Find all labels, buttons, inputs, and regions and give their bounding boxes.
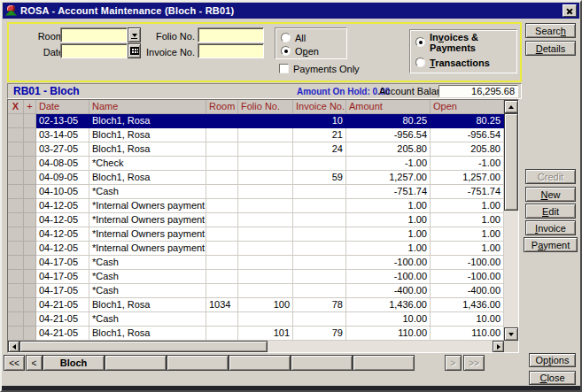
cell-open: 1.00 <box>431 242 504 256</box>
table-row[interactable]: 04-08-05*Check-1.00-1.00 <box>8 157 504 171</box>
cell-gutter <box>8 157 24 171</box>
payments-only-checkbox[interactable]: Payments Only <box>279 63 360 74</box>
vertical-scrollbar-thumb[interactable] <box>504 113 518 211</box>
column-header-name[interactable]: Name <box>89 100 206 114</box>
credit-button[interactable]: Credit <box>525 169 576 184</box>
radio-all[interactable]: All <box>281 32 306 43</box>
radio-invoices-payments-icon <box>415 37 425 47</box>
table-row[interactable]: 04-12-05*Internal Owners payment code1.0… <box>8 213 504 227</box>
scroll-right-icon[interactable] <box>493 341 504 352</box>
horizontal-scrollbar[interactable] <box>8 341 504 352</box>
room-input[interactable] <box>60 27 128 42</box>
radio-transactions[interactable]: Transactions <box>415 57 490 68</box>
column-header-date[interactable]: Date <box>36 100 89 114</box>
radio-all-icon <box>281 33 291 42</box>
cell-open: -1.00 <box>431 157 504 171</box>
account-tab-empty[interactable] <box>167 355 229 371</box>
radio-invoices-payments[interactable]: Invoices & Payments <box>415 36 516 48</box>
table-row[interactable]: 04-17-05*Cash-400.00-400.00 <box>8 284 504 298</box>
column-header-room[interactable]: Room <box>206 100 238 114</box>
table-row[interactable]: 04-17-05*Cash-100.00-100.00 <box>8 256 504 270</box>
cell-room <box>206 213 238 227</box>
column-header-open[interactable]: Open <box>431 100 504 114</box>
scroll-left-icon[interactable] <box>8 341 19 352</box>
cell-amount: -100.00 <box>346 270 431 284</box>
table-row[interactable]: 04-10-05*Cash-751.74-751.74 <box>8 185 504 199</box>
account-balance-value: 16,295.68 <box>438 85 518 97</box>
radio-open-icon <box>281 46 291 56</box>
cell-name: Bloch1, Rosa <box>89 298 206 312</box>
account-tab-bloch[interactable]: Bloch <box>43 355 105 371</box>
first-account-button[interactable]: << <box>4 355 25 371</box>
cell-room <box>206 242 238 256</box>
column-header-expand[interactable]: + <box>24 100 36 114</box>
last-account-button[interactable]: >> <box>463 355 485 371</box>
table-row[interactable]: 04-17-05*Cash-100.00-100.00 <box>8 270 504 284</box>
cell-room <box>206 270 238 284</box>
table-row[interactable]: 02-13-05Bloch1, Rosa1080.2580.25 <box>8 114 504 128</box>
table-row[interactable]: 04-12-05*Internal Owners payment code1.0… <box>8 199 504 213</box>
cell-folio <box>238 312 293 327</box>
column-header-invoice[interactable]: Invoice No. <box>293 100 346 114</box>
table-row[interactable]: 04-12-05*Internal Owners payment code1.0… <box>8 227 504 242</box>
next-account-button[interactable]: > <box>445 355 462 371</box>
cell-open: -100.00 <box>431 256 504 270</box>
cell-open: -956.54 <box>431 128 504 142</box>
radio-open-label: Open <box>295 46 319 57</box>
window-close-icon[interactable] <box>563 4 577 17</box>
date-input[interactable] <box>60 43 128 58</box>
vertical-scrollbar[interactable] <box>504 100 518 341</box>
table-row[interactable]: 04-21-05*Cash10.0010.00 <box>8 312 504 327</box>
cell-room <box>206 284 238 298</box>
room-dropdown-icon[interactable] <box>128 27 141 42</box>
new-button[interactable]: New <box>525 187 576 202</box>
cell-gutter <box>8 213 24 227</box>
cell-date: 04-12-05 <box>36 199 89 213</box>
cell-open: 1.00 <box>431 199 504 213</box>
cell-room <box>206 227 238 242</box>
table-row[interactable]: 04-09-05Bloch1, Rosa591,257.001,257.00 <box>8 171 504 185</box>
cell-gutter <box>8 312 24 327</box>
transactions-grid: X + Date Name Room Folio No. Invoice No.… <box>7 99 519 353</box>
cell-date: 04-17-05 <box>36 284 89 298</box>
cell-name: *Cash <box>89 312 206 327</box>
grid-body: 02-13-05Bloch1, Rosa1080.2580.2503-14-05… <box>8 114 504 341</box>
cell-name: Bloch1, Rosa <box>89 114 206 128</box>
cell-gutter <box>24 213 36 227</box>
account-tab-empty[interactable] <box>105 355 167 371</box>
details-button[interactable]: Details <box>525 41 576 56</box>
previous-account-button[interactable]: < <box>26 355 43 371</box>
invoice-input[interactable] <box>198 43 264 58</box>
account-tab-empty[interactable] <box>229 355 291 371</box>
column-header-delete[interactable]: X <box>8 100 24 114</box>
type-groupbox: Invoices & Payments Transactions <box>409 29 517 73</box>
cell-open: 205.80 <box>431 142 504 157</box>
account-tab-empty[interactable] <box>353 355 415 371</box>
table-row[interactable]: 03-27-05Bloch1, Rosa24205.80205.80 <box>8 142 504 157</box>
close-button[interactable]: Close <box>529 371 576 385</box>
payment-button[interactable]: Payment <box>524 237 578 252</box>
folio-input[interactable] <box>198 27 264 42</box>
account-tab-empty[interactable] <box>291 355 353 371</box>
scroll-down-icon[interactable] <box>504 327 518 341</box>
options-button[interactable]: Options <box>529 353 576 367</box>
cell-gutter <box>8 128 24 142</box>
table-row[interactable]: 04-21-05Bloch1, Rosa1034100781,436.001,4… <box>8 298 504 312</box>
column-header-amount[interactable]: Amount <box>346 100 431 114</box>
table-row[interactable]: 03-14-05Bloch1, Rosa21-956.54-956.54 <box>8 128 504 142</box>
scroll-up-icon[interactable] <box>504 100 518 113</box>
radio-open[interactable]: Open <box>281 45 319 57</box>
search-button[interactable]: Search <box>525 23 576 38</box>
column-header-folio[interactable]: Folio No. <box>238 100 293 114</box>
cell-folio <box>238 114 293 128</box>
cell-name: *Internal Owners payment code <box>89 242 206 256</box>
cell-gutter <box>8 298 24 312</box>
cell-name: *Cash <box>89 185 206 199</box>
edit-button[interactable]: Edit <box>525 204 576 219</box>
cell-room <box>206 185 238 199</box>
table-row[interactable]: 04-12-05*Internal Owners payment code1.0… <box>8 242 504 256</box>
table-row[interactable]: 04-21-05Bloch1, Rosa10179110.00110.00 <box>8 327 504 341</box>
cell-gutter <box>8 114 24 128</box>
invoice-button[interactable]: Invoice <box>525 220 576 235</box>
horizontal-scrollbar-thumb[interactable] <box>19 341 268 352</box>
